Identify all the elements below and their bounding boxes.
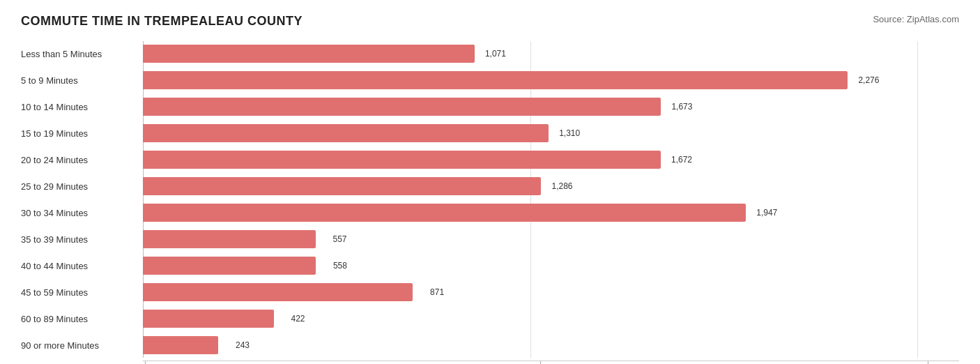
bar-value-label: 422 <box>291 314 305 324</box>
bar-row: 45 to 59 Minutes871 <box>21 280 959 305</box>
bar-container: 558 <box>143 256 959 275</box>
bar-label: Less than 5 Minutes <box>21 49 143 59</box>
bars-area: Less than 5 Minutes1,0715 to 9 Minutes2,… <box>21 41 959 358</box>
page-container: COMMUTE TIME IN TREMPEALEAU COUNTY Sourc… <box>21 14 959 364</box>
bar-container: 1,672 <box>143 150 959 169</box>
bar-value-label: 1,672 <box>671 155 692 165</box>
chart-header: COMMUTE TIME IN TREMPEALEAU COUNTY Sourc… <box>21 14 959 29</box>
bar-fill: 243 <box>143 336 218 354</box>
bar-container: 1,947 <box>143 203 959 222</box>
bar-label: 20 to 24 Minutes <box>21 155 143 165</box>
source-label: Source: ZipAtlas.com <box>873 14 959 24</box>
bar-fill: 871 <box>143 283 413 301</box>
axis-tick: 1,250 <box>530 361 551 364</box>
bar-label: 10 to 14 Minutes <box>21 102 143 112</box>
bar-row: 40 to 44 Minutes558 <box>21 253 959 278</box>
bar-fill: 1,673 <box>143 98 661 116</box>
bar-row: 35 to 39 Minutes557 <box>21 227 959 252</box>
chart-wrapper: Less than 5 Minutes1,0715 to 9 Minutes2,… <box>21 41 959 364</box>
bar-fill: 2,276 <box>143 71 848 89</box>
bar-fill: 1,672 <box>143 151 661 169</box>
bar-label: 90 or more Minutes <box>21 340 143 351</box>
bar-fill: 557 <box>143 230 316 248</box>
bar-row: Less than 5 Minutes1,071 <box>21 41 959 66</box>
bar-fill: 422 <box>143 310 274 328</box>
bar-row: 15 to 19 Minutes1,310 <box>21 121 959 146</box>
axis-tick-line <box>145 361 146 364</box>
bar-value-label: 1,310 <box>559 128 580 138</box>
bar-label: 5 to 9 Minutes <box>21 75 143 86</box>
bar-container: 1,310 <box>143 123 959 143</box>
axis-tick: 2,500 <box>917 361 938 364</box>
bar-row: 20 to 24 Minutes1,672 <box>21 147 959 172</box>
bar-row: 30 to 34 Minutes1,947 <box>21 200 959 225</box>
bar-fill: 1,286 <box>143 177 541 195</box>
bar-fill: 1,071 <box>143 45 475 63</box>
bar-container: 422 <box>143 309 959 328</box>
bar-row: 60 to 89 Minutes422 <box>21 306 959 331</box>
chart-title: COMMUTE TIME IN TREMPEALEAU COUNTY <box>21 14 303 29</box>
bar-row: 5 to 9 Minutes2,276 <box>21 68 959 93</box>
bar-container: 557 <box>143 229 959 249</box>
bar-label: 45 to 59 Minutes <box>21 287 143 298</box>
bar-container: 1,286 <box>143 176 959 196</box>
bar-container: 243 <box>143 335 959 355</box>
bar-value-label: 1,071 <box>485 49 506 59</box>
bar-value-label: 1,286 <box>551 181 572 191</box>
bar-label: 40 to 44 Minutes <box>21 261 143 271</box>
bar-value-label: 871 <box>430 287 444 297</box>
bar-row: 10 to 14 Minutes1,673 <box>21 94 959 119</box>
bar-value-label: 2,276 <box>858 75 879 85</box>
bar-label: 30 to 34 Minutes <box>21 208 143 218</box>
bar-fill: 558 <box>143 257 316 275</box>
bar-value-label: 243 <box>236 340 250 350</box>
axis-tick: 0 <box>143 361 148 364</box>
bar-fill: 1,947 <box>143 204 746 222</box>
bar-value-label: 1,673 <box>671 102 692 112</box>
bar-value-label: 557 <box>332 234 346 244</box>
x-axis: 01,2502,500 <box>143 361 959 364</box>
bar-container: 2,276 <box>143 70 959 90</box>
bar-container: 1,673 <box>143 97 959 116</box>
bar-row: 25 to 29 Minutes1,286 <box>21 174 959 199</box>
bar-fill: 1,310 <box>143 124 549 142</box>
bar-container: 1,071 <box>143 44 959 63</box>
bar-label: 25 to 29 Minutes <box>21 181 143 192</box>
bar-value-label: 558 <box>333 261 347 271</box>
axis-tick-line <box>928 361 928 364</box>
bar-container: 871 <box>143 282 959 302</box>
bar-label: 60 to 89 Minutes <box>21 314 143 324</box>
axis-tick-line <box>540 361 541 364</box>
bar-row: 90 or more Minutes243 <box>21 333 959 358</box>
bar-label: 35 to 39 Minutes <box>21 234 143 245</box>
bar-label: 15 to 19 Minutes <box>21 128 143 139</box>
bar-value-label: 1,947 <box>756 208 777 218</box>
